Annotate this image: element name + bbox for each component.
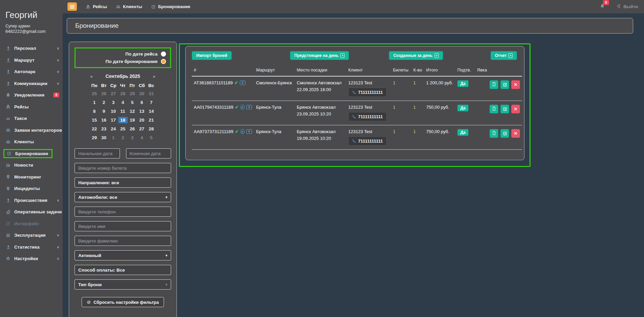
- phone-button[interactable]: 71111111111: [348, 88, 387, 97]
- calendar-day[interactable]: 22: [90, 126, 99, 132]
- calendar-day[interactable]: 6: [137, 99, 147, 106]
- phone-button[interactable]: 71111111111: [348, 112, 387, 121]
- edit-button[interactable]: [500, 105, 509, 113]
- calendar-day-muted[interactable]: 29: [128, 90, 137, 97]
- delete-button[interactable]: ✕: [511, 105, 520, 113]
- last-name-input[interactable]: Введите фамилию: [75, 236, 171, 246]
- calendar-day-muted[interactable]: 1: [109, 134, 118, 141]
- calendar-day[interactable]: 11: [118, 108, 128, 114]
- sidebar-item-clients[interactable]: Клиенты: [0, 136, 63, 148]
- calendar-day[interactable]: 20: [137, 117, 147, 123]
- calendar-day-muted[interactable]: 30: [137, 90, 147, 97]
- sidebar-item-route[interactable]: Маршрут∨: [0, 54, 63, 66]
- booking-type-select[interactable]: Тип брони▾: [75, 279, 171, 290]
- calendar-day[interactable]: 28: [147, 126, 156, 132]
- calendar-day[interactable]: 21: [147, 117, 156, 123]
- doc-button[interactable]: [490, 80, 498, 89]
- calendar-day[interactable]: 15: [90, 117, 99, 123]
- calendar-day[interactable]: 3: [109, 99, 118, 106]
- calendar-day[interactable]: 17: [109, 117, 118, 123]
- notifications-button[interactable]: 0: [600, 4, 605, 9]
- calendar-day-muted[interactable]: 3: [128, 134, 137, 141]
- date-mode-radio-by-trip-date[interactable]: По дате рейса: [125, 51, 166, 57]
- sidebar-item-incidents[interactable]: Инциденты: [0, 183, 63, 195]
- calendar-day[interactable]: 14: [147, 108, 156, 114]
- end-date-input[interactable]: Конечная дата: [126, 148, 171, 158]
- sidebar-item-fleet[interactable]: Автопарк∨: [0, 66, 63, 78]
- sidebar-item-trips[interactable]: Рейсы: [0, 101, 63, 113]
- phone-input[interactable]: Введите телефон: [75, 207, 171, 217]
- topbar-item-trips[interactable]: Рейсы: [86, 4, 107, 9]
- radio-unselected-icon[interactable]: [161, 51, 166, 57]
- logout-button[interactable]: Выйти: [616, 4, 638, 9]
- delete-button[interactable]: ✕: [511, 80, 520, 89]
- doc-button[interactable]: [490, 129, 498, 138]
- sidebar-item-settings[interactable]: Настройки∨: [0, 253, 63, 265]
- calendar-day-muted[interactable]: 5: [147, 134, 156, 141]
- directions-select[interactable]: Направления: все: [75, 177, 171, 188]
- ticket-number-input[interactable]: Введите номер билета: [75, 163, 171, 173]
- calendar-day-muted[interactable]: 2: [118, 134, 128, 141]
- calendar-day[interactable]: 24: [109, 126, 118, 132]
- sidebar-item-booking[interactable]: Бронирование: [0, 148, 63, 160]
- calendar-day-muted[interactable]: 25: [90, 90, 99, 97]
- calendar-day[interactable]: 12: [128, 108, 137, 114]
- calendar-day[interactable]: 29: [90, 134, 99, 141]
- calendar-day[interactable]: 2: [99, 99, 109, 106]
- sidebar-item-news[interactable]: Новости: [0, 160, 63, 171]
- calendar-day[interactable]: 16: [99, 117, 109, 123]
- sidebar-item-integrator-requests[interactable]: Заявки интеграторов: [0, 124, 63, 136]
- calendar-day[interactable]: 9: [99, 108, 109, 114]
- calendar-next-button[interactable]: »: [153, 74, 155, 79]
- calendar-day-selected[interactable]: 18: [118, 117, 128, 123]
- payment-method-select[interactable]: Способ оплаты: Все: [75, 265, 171, 275]
- calendar-day[interactable]: 19: [128, 117, 137, 123]
- edit-button[interactable]: [500, 80, 509, 89]
- sidebar-item-personal[interactable]: Персонал∨: [0, 43, 63, 55]
- calendar-day[interactable]: 23: [99, 126, 109, 132]
- calendar-prev-button[interactable]: «: [90, 74, 93, 79]
- delete-button[interactable]: ✕: [511, 129, 520, 138]
- reset-filters-button[interactable]: ⊘ Сбросить настройки фильтра: [82, 297, 164, 307]
- edit-button[interactable]: [500, 129, 509, 138]
- doc-button[interactable]: [490, 105, 498, 113]
- menu-toggle-button[interactable]: [67, 2, 77, 11]
- calendar-day-muted[interactable]: 28: [118, 90, 128, 97]
- calendar-day[interactable]: 26: [128, 126, 137, 132]
- created-day-button[interactable]: Созданные за деньx: [389, 51, 443, 60]
- calendar-day[interactable]: 27: [137, 126, 147, 132]
- start-date-input[interactable]: Начальная дата: [75, 148, 120, 158]
- sidebar-item-communications[interactable]: Коммуникации∨: [0, 78, 63, 89]
- calendar-day-muted[interactable]: 26: [99, 90, 109, 97]
- calendar-day[interactable]: 8: [90, 108, 99, 114]
- sidebar-item-operational-tasks[interactable]: Оперативные задачи: [0, 206, 63, 218]
- topbar-item-booking[interactable]: Бронирование: [151, 4, 190, 9]
- calendar-day[interactable]: 25: [118, 126, 128, 132]
- date-mode-radio-by-booking-date[interactable]: По дате бронирования: [106, 59, 166, 64]
- report-button[interactable]: Отчетx: [491, 51, 517, 60]
- radio-selected-icon[interactable]: [161, 59, 166, 64]
- import-bookings-button[interactable]: Импорт броней: [192, 51, 232, 60]
- sidebar-item-statistics[interactable]: Статистика∨: [0, 241, 63, 253]
- first-name-input[interactable]: Введите имя: [75, 221, 171, 231]
- sidebar-item-notifications[interactable]: Уведомления0: [0, 89, 63, 101]
- calendar-day[interactable]: 5: [128, 99, 137, 106]
- status-select[interactable]: Активный▾: [75, 250, 171, 260]
- sidebar-item-monitoring[interactable]: Мониторинг: [0, 171, 63, 183]
- calendar-day-muted[interactable]: 31: [147, 90, 156, 97]
- calendar-day[interactable]: 7: [147, 99, 156, 106]
- sidebar-item-accidents[interactable]: Происшествия∨: [0, 194, 63, 206]
- calendar-day-muted[interactable]: 27: [109, 90, 118, 97]
- sidebar-item-taxi[interactable]: Такси: [0, 113, 63, 125]
- topbar-item-clients[interactable]: Клиенты: [116, 4, 142, 9]
- sidebar-item-operations[interactable]: Эксплуатация∨: [0, 230, 63, 241]
- phone-button[interactable]: 71111111111: [348, 136, 387, 146]
- calendar-day[interactable]: 30: [99, 134, 109, 141]
- upcoming-day-button[interactable]: Предстоящие на деньx: [290, 51, 349, 60]
- calendar-day[interactable]: 10: [109, 108, 118, 114]
- calendar-day[interactable]: 1: [90, 99, 99, 106]
- vehicles-select[interactable]: Автомобили: все▾: [75, 192, 171, 202]
- calendar-day[interactable]: 4: [118, 99, 128, 106]
- calendar-day-muted[interactable]: 4: [137, 134, 147, 141]
- calendar-day[interactable]: 13: [137, 108, 147, 114]
